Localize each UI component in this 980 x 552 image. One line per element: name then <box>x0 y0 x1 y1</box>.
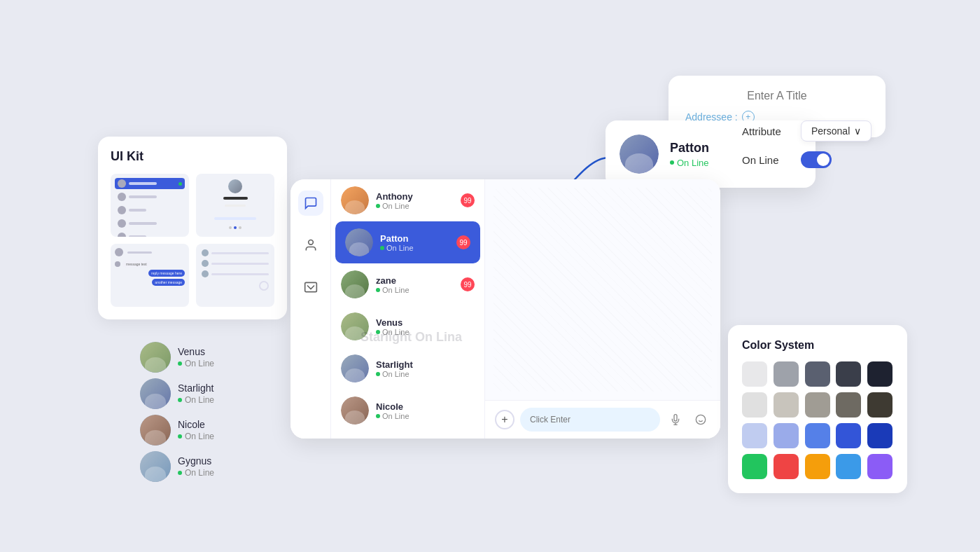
avatar <box>140 378 171 409</box>
ui-kit-thumb-settings <box>196 244 274 307</box>
svg-point-0 <box>308 240 313 245</box>
chat-sidebar <box>290 179 331 439</box>
color-swatch[interactable] <box>774 454 799 479</box>
ui-kit-thumb-profile <box>196 174 274 237</box>
status-dot-icon <box>178 471 182 475</box>
online-label: On Line <box>742 154 791 166</box>
list-item[interactable]: Gygnus On Line <box>140 451 214 482</box>
badge: 99 <box>461 277 475 291</box>
chevron-down-icon: ∨ <box>854 125 861 137</box>
starlight-label: Starlight On Lina <box>360 330 462 345</box>
chat-panel: Anthony On Line 99 Patton On Line 99 zan… <box>290 179 720 439</box>
color-swatch[interactable] <box>867 454 892 479</box>
sidebar-contacts-icon[interactable] <box>298 233 323 258</box>
contact-name: Venus <box>178 346 214 357</box>
sidebar-chat-icon[interactable] <box>298 191 323 216</box>
contact-item-zane[interactable]: zane On Line 99 <box>331 263 484 305</box>
svg-rect-1 <box>304 282 316 291</box>
svg-point-2 <box>696 415 705 424</box>
emoji-icon[interactable] <box>691 410 710 429</box>
color-swatch[interactable] <box>805 392 830 418</box>
color-swatch[interactable] <box>867 361 892 387</box>
toggle-dot <box>817 153 830 166</box>
contact-name: zane <box>376 275 454 286</box>
contact-name: Starlight <box>178 382 214 394</box>
contact-item-anthony[interactable]: Anthony On Line 99 <box>331 179 484 221</box>
color-swatch[interactable] <box>805 454 830 479</box>
color-swatch[interactable] <box>805 361 830 387</box>
contact-name: Nicole <box>376 401 475 412</box>
color-swatch[interactable] <box>774 423 799 448</box>
sidebar-mail-icon[interactable] <box>298 275 323 300</box>
list-item[interactable]: Venus On Line <box>140 342 214 373</box>
status-dot-icon <box>178 398 182 402</box>
contact-name: Patton <box>380 233 449 244</box>
color-swatch[interactable] <box>742 361 767 387</box>
color-swatch[interactable] <box>836 423 861 448</box>
online-row: On Line <box>742 151 872 168</box>
color-swatch[interactable] <box>867 423 892 448</box>
contact-status: On Line <box>380 244 449 252</box>
contact-status: On Line <box>178 395 214 405</box>
ui-kit-thumb-contacts <box>111 174 189 237</box>
color-swatch[interactable] <box>836 454 861 479</box>
attribute-label: Attribute <box>742 125 791 137</box>
contact-status: On Line <box>376 286 454 294</box>
contact-status: On Line <box>178 468 214 478</box>
contact-name: Gygnus <box>178 455 214 467</box>
color-swatch[interactable] <box>867 392 892 418</box>
contact-status: On Line <box>376 412 475 420</box>
color-swatch[interactable] <box>774 361 799 387</box>
ui-kit-card: UI Kit <box>98 137 287 319</box>
avatar <box>140 342 171 373</box>
contact-item-nicole[interactable]: Nicole On Line <box>331 389 484 432</box>
patton-avatar <box>620 134 659 174</box>
contact-status: On Line <box>376 370 475 378</box>
avatar <box>140 415 171 446</box>
attribute-select[interactable]: Personal ∨ <box>801 120 872 142</box>
color-swatch[interactable] <box>836 361 861 387</box>
mini-contact-list: Venus On Line Starlight On Line Nicole O… <box>140 342 214 482</box>
status-dot-icon <box>670 160 674 165</box>
color-swatch[interactable] <box>742 454 767 479</box>
attribute-row: Attribute Personal ∨ <box>742 120 872 142</box>
ui-kit-title: UI Kit <box>111 149 274 164</box>
email-title-input[interactable] <box>685 90 869 102</box>
list-item[interactable]: Nicole On Line <box>140 415 214 446</box>
chat-body <box>485 179 720 400</box>
status-dot-icon <box>178 361 182 366</box>
ui-kit-grid: message text reply message here another … <box>111 174 274 307</box>
ui-kit-thumb-chat: message text reply message here another … <box>111 244 189 307</box>
online-toggle[interactable] <box>801 151 832 168</box>
status-dot-icon <box>178 434 182 439</box>
attach-button[interactable]: + <box>495 410 514 429</box>
contact-item-starlight[interactable]: Starlight On Line <box>331 347 484 389</box>
contact-status: On Line <box>178 359 214 368</box>
chat-input[interactable] <box>520 408 660 432</box>
contact-item-patton[interactable]: Patton On Line 99 <box>335 221 480 263</box>
mic-icon[interactable] <box>666 410 685 429</box>
attribute-panel: Attribute Personal ∨ On Line <box>742 120 872 168</box>
color-swatch[interactable] <box>742 423 767 448</box>
contact-name: Venus <box>376 317 475 328</box>
badge: 99 <box>456 235 470 249</box>
color-swatch[interactable] <box>742 392 767 418</box>
contact-name: Anthony <box>376 191 454 202</box>
color-swatch[interactable] <box>774 392 799 418</box>
contact-item-gygnus[interactable]: Gygnus On Line <box>331 432 484 439</box>
contact-name: Nicole <box>178 419 214 430</box>
color-swatch[interactable] <box>805 423 830 448</box>
chat-main: + <box>485 179 720 439</box>
contact-list-panel: Anthony On Line 99 Patton On Line 99 zan… <box>331 179 485 439</box>
list-item[interactable]: Starlight On Line <box>140 378 214 409</box>
contact-status: On Line <box>178 432 214 441</box>
badge: 99 <box>461 193 475 207</box>
contact-status: On Line <box>376 202 454 210</box>
attribute-value: Personal <box>811 125 850 137</box>
color-swatch[interactable] <box>836 392 861 418</box>
contact-name: Starlight <box>376 359 475 370</box>
avatar <box>140 451 171 482</box>
color-grid <box>742 361 893 479</box>
chat-footer: + <box>485 400 720 439</box>
color-system-title: Color System <box>742 339 893 352</box>
